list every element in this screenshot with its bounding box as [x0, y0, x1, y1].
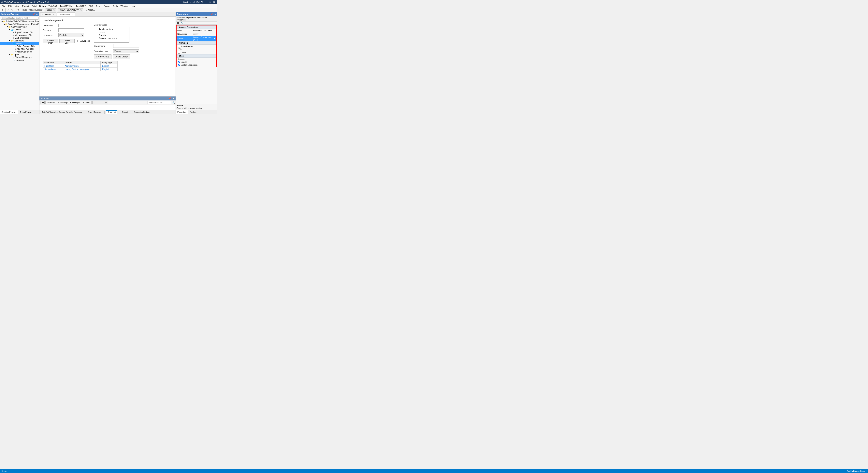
lang-link-1[interactable]: English [102, 65, 109, 67]
tab-target-browser[interactable]: Target Browser [87, 110, 103, 114]
viewer-dropdown-arrow[interactable]: ▼ [213, 37, 215, 40]
close-panel-button[interactable]: ✕ [36, 13, 38, 16]
menu-team[interactable]: Team [94, 4, 102, 8]
user-link-1[interactable]: First User [44, 65, 54, 67]
maximize-button[interactable]: □ [209, 1, 212, 4]
prop-pages[interactable]: 📄 [184, 22, 187, 24]
prop-pin-btn[interactable]: 📌 [211, 13, 213, 16]
group-custom-checkbox[interactable] [96, 37, 98, 39]
viewer-row[interactable]: Viewer Guests, Custom user group ▼ [177, 36, 216, 41]
menu-edit[interactable]: Edit [7, 4, 13, 8]
tab-output[interactable]: Output [120, 110, 129, 114]
menu-window[interactable]: Window [119, 4, 129, 8]
tree-item-inputs[interactable]: ▼ 📁 Inputs [0, 53, 39, 56]
tree-item-edge1[interactable]: ≡ Edge Counter 1Ch [0, 31, 39, 34]
error-search-input[interactable] [148, 101, 171, 105]
clear-button[interactable]: ✕ Clear [82, 101, 91, 104]
attach-btn[interactable]: ▶ Attach... [85, 8, 96, 11]
guests-permission-checkbox[interactable] [178, 61, 180, 63]
prop-sort-category[interactable]: 🔧 [180, 22, 183, 24]
messages-button[interactable]: ℹ Messages [69, 101, 81, 104]
toolbar-icon-1[interactable]: ⚙ [1, 8, 4, 11]
tab-solution-explorer[interactable]: Solution Explorer [0, 110, 18, 114]
user-link-2[interactable]: Second user [44, 68, 57, 70]
tree-item-sources[interactable]: 📄 Sources [0, 59, 39, 61]
tree-item-solution[interactable]: ▶ 📁 Solution 'TwinCAT Measurement Projec… [0, 20, 39, 23]
menu-tools[interactable]: Tools [112, 4, 119, 8]
groupname-input[interactable] [113, 44, 139, 48]
tab-properties[interactable]: Properties [176, 110, 188, 114]
username-input[interactable] [58, 24, 84, 27]
language-select[interactable]: English [58, 33, 84, 37]
tab-analytics-recorder[interactable]: TwinCAT Analytics Storage Provider Recor… [40, 110, 84, 114]
warnings-button[interactable]: ⚠ Warnings [56, 101, 69, 104]
menu-file[interactable]: File [1, 4, 7, 8]
menu-view[interactable]: View [13, 4, 21, 8]
debug-select[interactable]: Debug [45, 8, 56, 12]
prop-sort-alpha[interactable]: ⬛ [177, 22, 180, 24]
errors-button[interactable]: ⚠ Errors [46, 101, 56, 104]
custom-permission-checkbox[interactable] [178, 64, 180, 66]
create-user-button[interactable]: Create User [42, 39, 58, 43]
tab-dashboard[interactable]: Dashboard* ✕ [57, 12, 75, 17]
menu-scope[interactable]: Scope [102, 4, 111, 8]
tab-dashboard-close[interactable]: ✕ [71, 13, 73, 16]
group-admin-checkbox[interactable] [96, 28, 98, 30]
tree-item-math2[interactable]: ≡ Math Operation [0, 50, 39, 53]
tab-network[interactable]: Network* ✕ [40, 12, 56, 17]
menu-twincat-hmi[interactable]: TwinCAT HMI [59, 4, 74, 8]
menu-project[interactable]: Project [21, 4, 30, 8]
lang-link-2[interactable]: English [102, 68, 109, 70]
users-permission-checkbox[interactable] [178, 51, 180, 54]
delete-user-button[interactable]: Delete User [59, 39, 74, 43]
error-filter-select[interactable] [40, 101, 44, 105]
group-guests-checkbox[interactable] [96, 34, 98, 36]
tree-item-math1[interactable]: ≡ Math Operation [0, 36, 39, 39]
advanced-checkbox[interactable] [77, 40, 80, 42]
default-access-select[interactable]: Viewer [113, 49, 139, 53]
menu-debug[interactable]: Debug [38, 4, 47, 8]
tab-exception[interactable]: Exception Settings [132, 110, 152, 114]
tab-toolbox[interactable]: Toolbox [188, 110, 198, 114]
error-close-btn[interactable]: ✕ [173, 97, 175, 100]
close-button[interactable]: ✕ [212, 1, 216, 4]
misc-section-header[interactable]: − Misc [177, 54, 216, 58]
group-link-2[interactable]: Users, Custom user group [65, 68, 90, 70]
tab-network-close[interactable]: ✕ [53, 13, 54, 16]
search-input[interactable] [1, 17, 38, 20]
group-users-checkbox[interactable] [96, 31, 98, 33]
create-group-button[interactable]: Create Group [94, 55, 112, 59]
tree-item-project[interactable]: ▶ 📂 TwinCAT Measurement Project61 [0, 23, 39, 26]
tab-team-explorer[interactable]: Team Explorer [18, 110, 34, 114]
tree-item-network-1[interactable]: ▼ 🌐 Network [0, 28, 39, 31]
common-section-header[interactable]: − Common [177, 41, 216, 45]
toolbar-redo[interactable]: ↪ [10, 8, 14, 11]
error-filter2[interactable] [92, 101, 108, 105]
tab-error-list[interactable]: Error List [106, 110, 118, 114]
admin-permission-checkbox[interactable] [178, 45, 180, 48]
minimize-button[interactable]: ─ [205, 1, 208, 4]
toolbar-save[interactable]: 💾 [16, 8, 20, 11]
error-pin-btn[interactable]: 📌 [168, 97, 171, 100]
toolbar-undo[interactable]: ↩ [6, 8, 10, 11]
menu-build[interactable]: Build [31, 4, 38, 8]
menu-twincat[interactable]: TwinCAT [48, 4, 58, 8]
menu-help[interactable]: Help [130, 4, 137, 8]
tree-item-edge2[interactable]: ≡ Edge Counter 1Ch [0, 45, 39, 48]
menu-plc[interactable]: PLC [88, 4, 94, 8]
tree-item-virtual[interactable]: 🗂 Virtual Mappings [0, 56, 39, 59]
tree-item-analytics[interactable]: ▼ 📁 Analytics Project [0, 26, 39, 28]
password-input[interactable] [58, 28, 84, 32]
user-buttons: Create User Delete User Advanced [42, 39, 90, 43]
prop-close-btn[interactable]: ✕ [214, 13, 216, 16]
pin-button[interactable]: 📌 [32, 13, 35, 16]
tree-item-network-2[interactable]: ▼ 🌐 Network [0, 42, 39, 45]
tree-item-minmax1[interactable]: ≡ Min Max Avg 1Ch [0, 34, 39, 36]
tree-item-minmax2[interactable]: ≡ Min Max Avg 1Ch [0, 48, 39, 50]
delete-group-button[interactable]: Delete Group [113, 55, 130, 59]
tree-item-dashboard[interactable]: ▼ 📁 Dashboard [0, 39, 39, 42]
menu-twinsafe[interactable]: TwinSAFE [74, 4, 87, 8]
platform-select[interactable]: TwinCAT CE7 (ARMV7) [58, 8, 83, 12]
access-section-header[interactable]: − Access Permissions [177, 26, 216, 29]
group-link-1[interactable]: Administrators [65, 65, 79, 67]
